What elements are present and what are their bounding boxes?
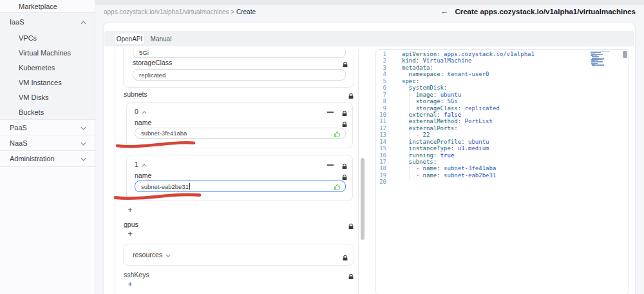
code-line: externalPorts: xyxy=(402,125,535,132)
line-number: 11 xyxy=(376,118,386,124)
code-line: externalMethod: PortList xyxy=(402,118,535,124)
subnet-name-input-focused[interactable]: subnet-eab2be31 xyxy=(135,181,346,192)
code-line: - name: subnet-eab2be31 xyxy=(402,172,535,179)
main-panel: OpenAPI Manual 5Gi storageClass replicat… xyxy=(103,23,636,294)
top-toolbar-strip xyxy=(95,0,644,5)
code-line: kind: VirtualMachine xyxy=(402,57,535,64)
chevron-up-icon xyxy=(80,18,86,26)
sidebar-open-group: IaaSVPCsVirtual MachinesKubernetesVM Ins… xyxy=(0,13,95,119)
line-number: 15 xyxy=(376,145,386,152)
text-cursor xyxy=(189,183,190,190)
add-ssh-key-button[interactable]: + xyxy=(126,280,135,289)
editor-code: apiVersion: apps.cozystack.io/v1alpha1ki… xyxy=(402,51,535,186)
code-line: metadata: xyxy=(402,64,535,71)
sidebar-item-virtual-machines[interactable]: Virtual Machines xyxy=(0,45,95,60)
code-line: namespace: tenant-user0 xyxy=(402,71,535,77)
code-line: image: ubuntu xyxy=(402,92,535,98)
lock-icon[interactable] xyxy=(348,90,354,102)
sidebar-group-iaas[interactable]: IaaS xyxy=(0,13,95,30)
line-number: 10 xyxy=(376,112,386,118)
chevron-up-icon xyxy=(142,108,147,115)
line-number: 3 xyxy=(376,64,386,71)
lock-icon[interactable] xyxy=(341,108,348,119)
code-line xyxy=(402,179,535,185)
sidebar-item-kubernetes[interactable]: Kubernetes xyxy=(0,60,95,75)
lock-icon[interactable] xyxy=(348,220,354,232)
gpus-label: gpus xyxy=(124,220,138,228)
line-number: 2 xyxy=(376,57,386,64)
add-gpu-button[interactable]: + xyxy=(126,230,135,239)
line-number: 8 xyxy=(376,98,386,104)
divider xyxy=(0,166,95,167)
breadcrumb[interactable]: apps.cozystack.io/v1alpha1/virtualmachin… xyxy=(104,8,256,15)
subnet-item-header[interactable]: 0 xyxy=(135,108,147,115)
system-disk-card: 5Gi storageClass replicated xyxy=(123,49,354,88)
code-line: spec: xyxy=(402,78,535,84)
tab-bar: OpenAPI Manual xyxy=(104,31,634,46)
code-line: instanceProfile: ubuntu xyxy=(402,139,535,145)
name-label: name xyxy=(135,172,151,179)
remove-item-button[interactable] xyxy=(327,112,334,113)
editor-scrollbar-thumb[interactable] xyxy=(623,51,627,58)
line-number: 12 xyxy=(376,125,386,132)
page-title: Create apps.cozystack.io/v1alpha1/virtua… xyxy=(455,8,636,15)
lock-icon[interactable] xyxy=(341,161,348,172)
breadcrumb-current: Create xyxy=(236,8,256,15)
subnet-name-input[interactable]: subnet-3fe41aba xyxy=(135,128,346,139)
editor-line-numbers: 1234567891011121314151617181920 xyxy=(376,51,386,186)
subnets-label: subnets xyxy=(124,90,147,98)
line-number: 1 xyxy=(376,51,386,57)
back-arrow-icon[interactable]: ← xyxy=(440,7,448,15)
code-line: storage: 5Gi xyxy=(402,98,535,104)
code-line: apiVersion: apps.cozystack.io/v1alpha1 xyxy=(402,51,535,57)
lock-icon[interactable] xyxy=(342,252,348,264)
chevron-down-icon xyxy=(80,124,86,132)
code-line: running: true xyxy=(402,152,535,159)
storage-class-label: storageClass xyxy=(133,59,172,66)
subnet-item-header[interactable]: 1 xyxy=(135,161,147,168)
line-number: 17 xyxy=(376,159,386,165)
sidebar-group-paas[interactable]: PaaS xyxy=(0,120,95,135)
name-label: name xyxy=(135,119,151,126)
tab-openapi[interactable]: OpenAPI xyxy=(115,34,144,44)
subnet-item-0: 0 name subnet-3fe41aba xyxy=(126,102,353,148)
code-line: - name: subnet-3fe41aba xyxy=(402,165,535,172)
line-number: 14 xyxy=(376,139,386,145)
thumbs-up-icon[interactable] xyxy=(334,183,341,192)
remove-item-button[interactable] xyxy=(327,164,334,166)
page-header: ← Create apps.cozystack.io/v1alpha1/virt… xyxy=(440,7,636,15)
chevron-up-icon xyxy=(142,161,147,168)
breadcrumb-path[interactable]: apps.cozystack.io/v1alpha1/virtualmachin… xyxy=(104,8,229,15)
sidebar-item-buckets[interactable]: Buckets xyxy=(0,104,95,119)
line-number: 18 xyxy=(376,165,386,172)
page: MarketplaceIaaSVPCsVirtual MachinesKuber… xyxy=(0,0,644,294)
sidebar-group-administration[interactable]: Administration xyxy=(0,151,95,166)
sidebar-item-vpcs[interactable]: VPCs xyxy=(0,30,95,45)
sidebar-item-vm-instances[interactable]: VM Instances xyxy=(0,75,95,90)
editor-minimap[interactable] xyxy=(591,52,614,67)
storage-input[interactable]: 5Gi xyxy=(133,49,346,58)
lock-icon[interactable] xyxy=(348,271,354,282)
storage-class-input[interactable]: replicated xyxy=(133,69,346,81)
chevron-down-icon xyxy=(166,251,171,259)
yaml-editor[interactable]: 1234567891011121314151617181920 apiVersi… xyxy=(375,49,629,294)
chevron-down-icon xyxy=(80,155,86,162)
line-number: 16 xyxy=(376,152,386,159)
sidebar-item-marketplace[interactable]: Marketplace xyxy=(0,0,95,12)
sidebar-group-naas[interactable]: NaaS xyxy=(0,135,95,150)
chevron-down-icon xyxy=(80,139,86,147)
subnet-item-1: 1 name subnet-eab2be31 xyxy=(126,155,353,201)
line-number: 9 xyxy=(376,105,386,112)
resources-header[interactable]: resources xyxy=(133,251,171,259)
sidebar-item-vm-disks[interactable]: VM Disks xyxy=(0,90,95,104)
lock-icon[interactable] xyxy=(342,59,348,70)
form-panel: 5Gi storageClass replicated subnets 0 xyxy=(115,49,359,294)
line-number: 4 xyxy=(376,71,386,77)
tab-manual[interactable]: Manual xyxy=(147,34,175,44)
code-line: subnets: xyxy=(402,159,535,165)
resources-card[interactable]: resources xyxy=(123,244,354,266)
line-number: 5 xyxy=(376,78,386,84)
add-subnet-button[interactable]: + xyxy=(126,206,135,215)
thumbs-up-icon[interactable] xyxy=(334,130,341,139)
form-scrollbar-thumb[interactable] xyxy=(361,158,365,240)
